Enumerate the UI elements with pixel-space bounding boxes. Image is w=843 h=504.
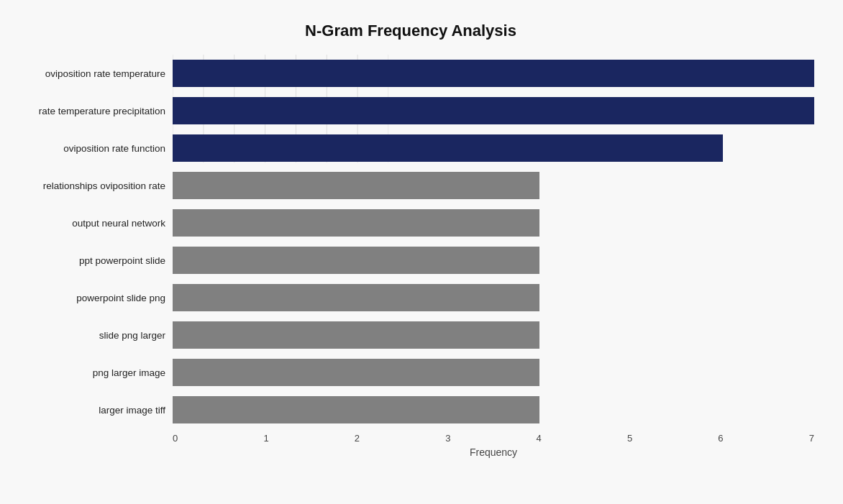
x-tick-label: 1 (263, 433, 268, 444)
chart-main: oviposition rate temperaturerate tempera… (7, 55, 814, 429)
bar-row (173, 279, 814, 316)
bar-label: png larger image (7, 354, 173, 391)
bar-fill (173, 209, 539, 237)
bar-fill (173, 97, 814, 124)
x-tick-label: 6 (718, 433, 723, 444)
chart-container: N-Gram Frequency Analysis oviposition ra… (0, 0, 843, 504)
bar-row (173, 316, 814, 354)
bar-row (173, 354, 814, 391)
bar-label: larger image tiff (7, 391, 173, 429)
bar-label: output neural network (7, 204, 173, 242)
x-axis-label: Frequency (173, 446, 814, 458)
bar-fill (173, 247, 539, 274)
bar-fill (173, 172, 539, 199)
labels-column: oviposition rate temperaturerate tempera… (7, 55, 173, 429)
bar-label: relationships oviposition rate (7, 167, 173, 204)
chart-title: N-Gram Frequency Analysis (7, 14, 814, 40)
x-tick-label: 0 (173, 433, 178, 444)
x-tick-label: 3 (445, 433, 450, 444)
bar-row (173, 391, 814, 429)
bar-label: oviposition rate temperature (7, 55, 173, 92)
bar-label: slide png larger (7, 316, 173, 354)
bar-fill (173, 396, 539, 423)
bar-fill (173, 359, 539, 386)
x-axis-ticks: 01234567 (173, 433, 814, 444)
bar-label: rate temperature precipitation (7, 92, 173, 129)
bar-fill (173, 60, 814, 87)
bar-row (173, 129, 814, 167)
bars-column (173, 55, 814, 429)
x-axis-area: 01234567 Frequency (7, 433, 814, 458)
bar-row (173, 167, 814, 204)
bar-row (173, 242, 814, 279)
bar-fill (173, 134, 723, 162)
x-tick-label: 7 (809, 433, 814, 444)
bar-fill (173, 321, 539, 349)
bar-fill (173, 284, 539, 311)
bar-row (173, 92, 814, 129)
bar-label: ppt powerpoint slide (7, 242, 173, 279)
x-axis-ticks-area: 01234567 Frequency (173, 433, 814, 458)
bar-label: oviposition rate function (7, 129, 173, 167)
x-tick-label: 2 (355, 433, 360, 444)
x-tick-label: 5 (627, 433, 632, 444)
bar-row (173, 204, 814, 242)
bar-label: powerpoint slide png (7, 279, 173, 316)
bar-row (173, 55, 814, 92)
x-tick-label: 4 (537, 433, 542, 444)
